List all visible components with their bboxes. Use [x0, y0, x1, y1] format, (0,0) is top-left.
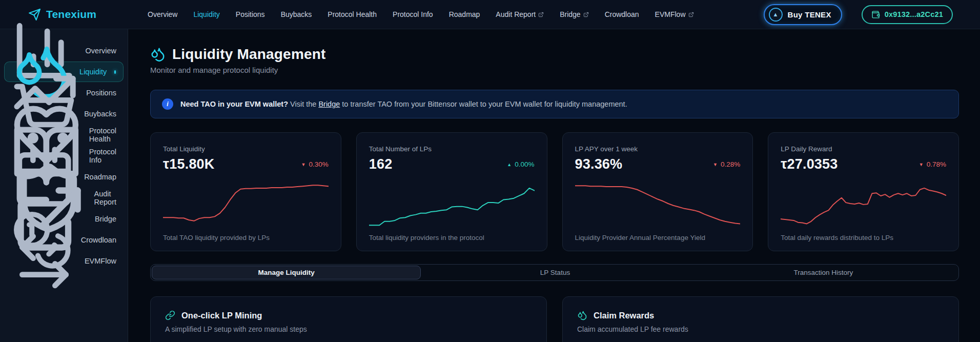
stat-change: ▼0.28% [713, 160, 740, 168]
action-title: Claim Rewards [594, 311, 654, 320]
info-banner: i Need TAO in your EVM wallet? Visit the… [150, 90, 959, 118]
tab-manage-liquidity[interactable]: Manage Liquidity [152, 266, 421, 279]
info-icon: i [162, 98, 173, 110]
sidebar-item-evmflow[interactable]: EVMFlow [4, 251, 124, 271]
arrow-down-icon: ▼ [919, 162, 924, 167]
link-icon [165, 310, 175, 320]
tab-lp-status[interactable]: LP Status [421, 266, 689, 279]
droplets-icon [150, 47, 166, 62]
stat-change: ▲0.00% [507, 160, 534, 168]
nav-link-liquidity[interactable]: Liquidity [193, 10, 219, 18]
arrow-up-circle-icon: ▲ [769, 8, 783, 22]
active-dot [114, 70, 116, 74]
tab-transaction-history[interactable]: Transaction History [689, 266, 957, 279]
stats-grid: Total Liquidity τ15.80K ▼0.30% Total TAO… [150, 132, 959, 251]
top-nav-links: Overview Liquidity Positions Buybacks Pr… [148, 10, 693, 18]
sparkline-chart [163, 179, 329, 228]
arrow-down-icon: ▼ [301, 162, 306, 167]
arrow-down-icon: ▼ [713, 162, 718, 167]
stat-label: LP APY over 1 week [575, 145, 741, 153]
nav-link-evmflow[interactable]: EVMFlow [655, 10, 694, 18]
droplets-icon [577, 310, 587, 320]
action-subtitle: A simplified LP setup with zero manual s… [165, 325, 532, 333]
nav-link-overview[interactable]: Overview [148, 10, 177, 18]
stat-card-lp-daily-reward: LP Daily Reward τ27.0353 ▼0.78% Total da… [768, 132, 959, 251]
external-link-icon [688, 12, 694, 17]
page-title: Liquidity Management [172, 46, 326, 63]
stat-label: Total Liquidity [163, 145, 329, 153]
stat-caption: Liquidity Provider Annual Percentage Yie… [575, 234, 741, 242]
navbar-actions: ▲ Buy TENEX 0x9132...a2Cc21 [764, 4, 953, 25]
page-subtitle: Monitor and manage protocol liquidity [150, 66, 959, 74]
stat-change: ▼0.30% [301, 160, 329, 168]
stat-card-lp-apy: LP APY over 1 week 93.36% ▼0.28% Liquidi… [562, 132, 753, 251]
stat-caption: Total daily rewards distributed to LPs [781, 234, 946, 242]
nav-link-bridge[interactable]: Bridge [560, 10, 588, 18]
stat-caption: Total TAO liquidity provided by LPs [163, 234, 329, 242]
top-navbar: Tenexium Overview Liquidity Positions Bu… [0, 0, 980, 29]
nav-link-buybacks[interactable]: Buybacks [281, 10, 312, 18]
stat-card-total-liquidity: Total Liquidity τ15.80K ▼0.30% Total TAO… [150, 132, 341, 251]
arrow-up-icon: ▲ [507, 162, 512, 167]
stat-value: τ15.80K [163, 156, 215, 172]
stat-value: 93.36% [575, 156, 623, 172]
arrows-left-right-icon [11, 228, 77, 294]
stat-label: LP Daily Reward [781, 145, 946, 153]
nav-link-positions[interactable]: Positions [236, 10, 265, 18]
sparkline-chart [781, 179, 946, 228]
stat-value: 162 [369, 156, 393, 172]
wallet-icon [871, 10, 880, 19]
action-card-one-click-lp-mining[interactable]: One-click LP Mining A simplified LP setu… [150, 296, 547, 342]
action-title: One-click LP Mining [181, 311, 262, 320]
sparkline-chart [575, 179, 741, 228]
wallet-address-button[interactable]: 0x9132...a2Cc21 [862, 5, 953, 24]
sidebar: Overview Liquidity Positions Buybacks Pr… [0, 29, 128, 342]
nav-link-audit-report[interactable]: Audit Report [496, 10, 544, 18]
tab-bar: Manage Liquidity LP Status Transaction H… [150, 264, 959, 281]
nav-link-roadmap[interactable]: Roadmap [449, 10, 480, 18]
banner-text: Need TAO in your EVM wallet? Visit the B… [180, 100, 627, 108]
action-cards: One-click LP Mining A simplified LP setu… [150, 296, 959, 342]
bridge-link[interactable]: Bridge [318, 100, 340, 108]
stat-change: ▼0.78% [919, 160, 946, 168]
stat-value: τ27.0353 [781, 156, 838, 172]
sparkline-chart [369, 179, 535, 228]
nav-link-crowdloan[interactable]: Crowdloan [605, 10, 639, 18]
nav-link-protocol-health[interactable]: Protocol Health [328, 10, 377, 18]
stat-label: Total Number of LPs [369, 145, 535, 153]
action-subtitle: Claim accumulated LP fee rewards [577, 325, 944, 333]
stat-caption: Total liquidity providers in the protoco… [369, 234, 535, 242]
action-card-claim-rewards[interactable]: Claim Rewards Claim accumulated LP fee r… [562, 296, 959, 342]
external-link-icon [538, 12, 544, 17]
external-link-icon [583, 12, 589, 17]
buy-tenex-button[interactable]: ▲ Buy TENEX [764, 4, 842, 25]
main-content: Liquidity Management Monitor and manage … [128, 29, 980, 342]
nav-link-protocol-info[interactable]: Protocol Info [393, 10, 433, 18]
stat-card-total-lps: Total Number of LPs 162 ▲0.00% Total liq… [356, 132, 547, 251]
